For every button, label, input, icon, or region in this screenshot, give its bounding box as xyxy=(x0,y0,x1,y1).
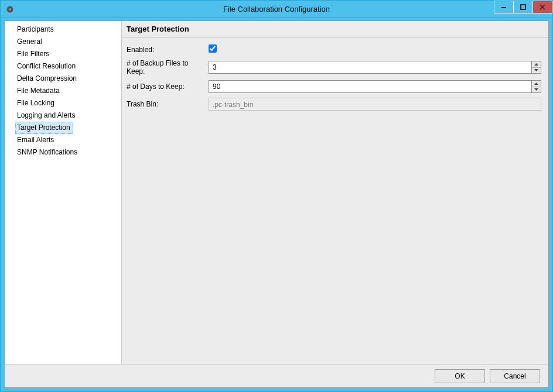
label-backup-files: # of Backup Files to Keep: xyxy=(127,59,209,75)
svg-rect-3 xyxy=(521,5,525,9)
main-panel: Target Protection Enabled: # of Backup F… xyxy=(122,21,548,364)
input-trash-bin: .pc-trash_bin xyxy=(209,98,541,111)
window-controls xyxy=(494,1,552,13)
svg-rect-2 xyxy=(501,7,506,8)
row-trash-bin: Trash Bin: .pc-trash_bin xyxy=(127,98,541,111)
label-enabled: Enabled: xyxy=(127,46,209,54)
sidebar-item-file-metadata[interactable]: File Metadata xyxy=(15,85,63,97)
section-title: Target Protection xyxy=(122,21,548,37)
svg-marker-8 xyxy=(534,82,538,85)
row-enabled: Enabled: xyxy=(127,44,541,54)
sidebar: Participants General File Filters Confli… xyxy=(5,21,122,364)
client-area: Participants General File Filters Confli… xyxy=(1,18,552,391)
label-trash-bin: Trash Bin: xyxy=(127,100,209,108)
spinner-down-icon[interactable] xyxy=(532,87,541,93)
input-days-to-keep[interactable] xyxy=(209,80,532,93)
minimize-button[interactable] xyxy=(494,1,514,13)
sidebar-item-general[interactable]: General xyxy=(15,36,45,48)
sidebar-item-delta-compression[interactable]: Delta Compression xyxy=(15,73,80,85)
spinner-backup-files xyxy=(532,61,541,74)
row-days-to-keep: # of Days to Keep: xyxy=(127,80,541,93)
body-row: Participants General File Filters Confli… xyxy=(5,21,548,364)
sidebar-item-target-protection[interactable]: Target Protection xyxy=(15,122,73,134)
button-bar: OK Cancel xyxy=(5,364,548,387)
sidebar-item-snmp-notifications[interactable]: SNMP Notifications xyxy=(15,146,80,159)
close-button[interactable] xyxy=(532,1,552,13)
row-backup-files: # of Backup Files to Keep: xyxy=(127,59,541,75)
checkbox-enabled[interactable] xyxy=(209,44,217,53)
svg-marker-6 xyxy=(534,63,538,66)
sidebar-item-file-locking[interactable]: File Locking xyxy=(15,97,57,109)
cancel-button[interactable]: Cancel xyxy=(490,369,540,383)
label-days-to-keep: # of Days to Keep: xyxy=(127,82,209,91)
app-icon xyxy=(5,5,15,14)
spinner-up-icon[interactable] xyxy=(532,81,541,87)
svg-marker-9 xyxy=(534,88,538,91)
window-title: File Collaboration Configuration xyxy=(1,5,552,13)
dialog-window: File Collaboration Configuration Partici… xyxy=(0,0,553,392)
svg-point-1 xyxy=(9,8,11,10)
sidebar-item-logging-and-alerts[interactable]: Logging and Alerts xyxy=(15,109,78,122)
ok-button[interactable]: OK xyxy=(435,369,485,383)
sidebar-item-email-alerts[interactable]: Email Alerts xyxy=(15,134,57,146)
spinner-up-icon[interactable] xyxy=(532,61,541,68)
sidebar-item-file-filters[interactable]: File Filters xyxy=(15,48,52,60)
sidebar-item-conflict-resolution[interactable]: Conflict Resolution xyxy=(15,60,78,73)
spinner-days-to-keep xyxy=(532,80,541,93)
form-area: Enabled: # of Backup Files to Keep: xyxy=(122,37,548,115)
inner-panel: Participants General File Filters Confli… xyxy=(4,20,549,388)
spinner-down-icon[interactable] xyxy=(532,68,541,74)
input-backup-files[interactable] xyxy=(209,61,532,74)
svg-marker-7 xyxy=(534,69,538,71)
maximize-button[interactable] xyxy=(513,1,533,13)
titlebar: File Collaboration Configuration xyxy=(1,1,552,18)
sidebar-item-participants[interactable]: Participants xyxy=(15,23,57,36)
